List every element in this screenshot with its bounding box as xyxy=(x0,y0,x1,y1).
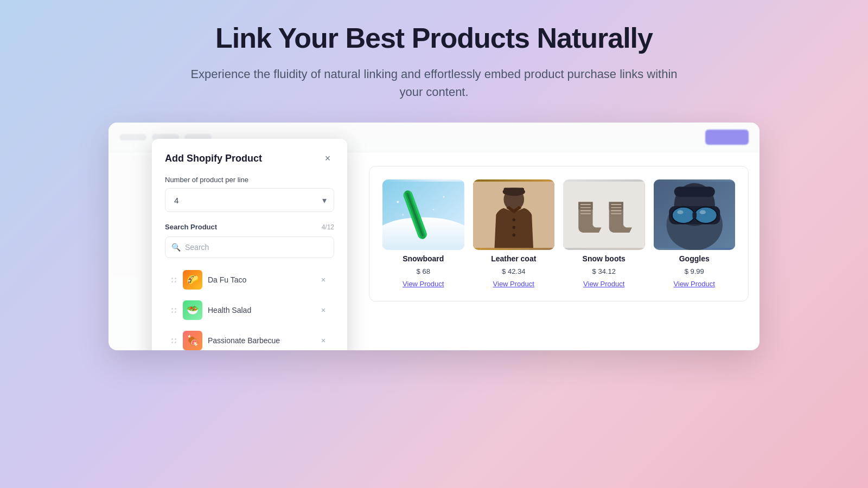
svg-point-5 xyxy=(397,201,399,203)
drag-dot xyxy=(171,308,173,310)
drag-dot xyxy=(171,342,173,343)
drag-dot xyxy=(175,308,176,310)
product-thumb-emoji: 🍖 xyxy=(183,331,202,350)
svg-rect-12 xyxy=(503,188,524,194)
drag-dot xyxy=(175,281,176,282)
card-product-price: $ 42.34 xyxy=(502,267,525,275)
product-remove-button[interactable]: × xyxy=(318,335,329,346)
card-product-price: $ 34.12 xyxy=(592,267,616,275)
product-name: Da Fu Taco xyxy=(208,275,312,284)
svg-rect-28 xyxy=(674,187,714,197)
per-line-select[interactable]: 4 1 2 3 xyxy=(165,188,334,212)
per-line-select-wrapper: 4 1 2 3 ▾ xyxy=(165,188,334,212)
hero-subtitle: Experience the fluidity of natural linki… xyxy=(190,65,678,101)
product-remove-button[interactable]: × xyxy=(318,305,329,316)
list-item: 🥗 Health Salad × xyxy=(165,296,334,324)
modal-close-button[interactable]: × xyxy=(321,152,334,165)
product-thumbnail: 🍖 xyxy=(183,331,202,350)
hero-title: Link Your Best Products Naturally xyxy=(215,22,653,54)
add-product-modal: Add Shopify Product × Number of product … xyxy=(152,139,347,350)
svg-rect-16 xyxy=(563,182,645,248)
search-section-header: Search Product 4/12 xyxy=(165,223,334,231)
bg-bar-button xyxy=(705,130,749,145)
card-image-snowboard xyxy=(382,179,464,250)
svg-rect-36 xyxy=(692,212,697,218)
per-line-field: Number of product per line 4 1 2 3 ▾ xyxy=(165,176,334,212)
modal-title: Add Shopify Product xyxy=(165,153,262,164)
card-product-price: $ 9.99 xyxy=(685,267,704,275)
product-card: Snow boots $ 34.12 View Product xyxy=(563,179,645,288)
product-card: Leather coat $ 42.34 View Product xyxy=(473,179,555,288)
drag-dot xyxy=(175,342,176,343)
svg-point-7 xyxy=(433,209,434,210)
product-card: Goggles $ 9.99 View Product xyxy=(654,179,736,288)
card-view-product-link[interactable]: View Product xyxy=(583,280,624,288)
product-thumbnail: 🥗 xyxy=(183,300,202,320)
card-view-product-link[interactable]: View Product xyxy=(403,280,444,288)
card-product-price: $ 68 xyxy=(417,267,430,275)
card-view-product-link[interactable]: View Product xyxy=(493,280,534,288)
svg-point-15 xyxy=(512,234,515,237)
product-remove-button[interactable]: × xyxy=(318,274,329,285)
product-list: 🌮 Da Fu Taco × 🥗 xyxy=(165,266,334,350)
svg-point-35 xyxy=(699,210,705,215)
drag-dot xyxy=(171,311,173,313)
card-product-name: Goggles xyxy=(679,254,710,263)
product-card: Snowboard $ 68 View Product xyxy=(382,179,464,288)
modal-header: Add Shopify Product × xyxy=(165,152,334,165)
list-item: 🍖 Passionate Barbecue × xyxy=(165,326,334,350)
card-image-leather-coat xyxy=(473,179,555,250)
drag-handle[interactable] xyxy=(170,277,177,284)
card-image-goggles xyxy=(654,179,736,250)
svg-point-8 xyxy=(402,214,404,216)
product-name: Passionate Barbecue xyxy=(208,336,312,345)
search-input[interactable] xyxy=(165,236,334,258)
card-product-name: Snowboard xyxy=(403,254,444,263)
svg-point-14 xyxy=(512,226,515,229)
search-icon: 🔍 xyxy=(171,243,181,252)
drag-dot xyxy=(175,278,176,279)
drag-dot xyxy=(175,338,176,340)
drag-dot xyxy=(175,311,176,313)
search-input-wrapper: 🔍 xyxy=(165,236,334,258)
drag-dot xyxy=(171,281,173,282)
card-product-name: Leather coat xyxy=(491,254,536,263)
product-thumb-emoji: 🌮 xyxy=(183,270,202,290)
card-image-snow-boots xyxy=(563,179,645,250)
bg-sidebar xyxy=(108,152,149,350)
search-section-title: Search Product xyxy=(165,223,217,231)
card-product-name: Snow boots xyxy=(583,254,626,263)
product-thumbnail: 🌮 xyxy=(183,270,202,290)
per-line-label: Number of product per line xyxy=(165,176,334,184)
drag-handle[interactable] xyxy=(170,307,177,314)
svg-point-6 xyxy=(443,196,444,198)
drag-dot xyxy=(171,278,173,279)
card-view-product-link[interactable]: View Product xyxy=(674,280,715,288)
search-count-badge: 4/12 xyxy=(322,223,334,231)
cards-grid: Snowboard $ 68 View Product xyxy=(382,179,735,288)
drag-dot xyxy=(171,338,173,340)
main-container: Add Shopify Product × Number of product … xyxy=(108,123,760,350)
product-cards-panel: Snowboard $ 68 View Product xyxy=(369,166,749,301)
svg-point-13 xyxy=(512,219,515,222)
product-name: Health Salad xyxy=(208,306,312,314)
product-thumb-emoji: 🥗 xyxy=(183,300,202,320)
bg-bar-dot-1 xyxy=(119,134,146,140)
svg-point-32 xyxy=(677,210,683,215)
list-item: 🌮 Da Fu Taco × xyxy=(165,266,334,294)
drag-handle[interactable] xyxy=(170,337,177,344)
